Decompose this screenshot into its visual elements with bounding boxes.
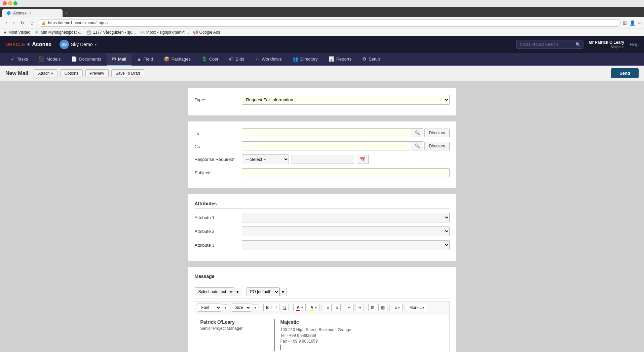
nav-bids[interactable]: 🏷 Bids: [224, 53, 250, 66]
tab-close-button[interactable]: ×: [29, 11, 32, 15]
underline-button[interactable]: U: [281, 304, 289, 311]
oracle-text: ORACLE: [5, 42, 25, 47]
secure-icon: 🔒: [41, 21, 46, 25]
size-select[interactable]: Size: [232, 304, 251, 312]
table-button[interactable]: ⊞: [368, 304, 377, 311]
options-button[interactable]: Options: [60, 69, 83, 77]
cc-link[interactable]: Cc: [195, 144, 200, 149]
bookmark-1177[interactable]: 🏥 1177 Vårdguiden - sju...: [86, 30, 136, 35]
user-project: Majestic: [589, 45, 624, 49]
cross-project-search-input[interactable]: [516, 40, 583, 49]
attribute1-select[interactable]: [242, 213, 450, 222]
ordered-list-button[interactable]: ≡: [324, 304, 332, 311]
window-close-button[interactable]: [3, 1, 7, 5]
window-minimize-button[interactable]: [8, 1, 12, 5]
nav-cost[interactable]: 💲 Cost: [196, 53, 224, 66]
page-title: New Mail: [5, 70, 28, 76]
project-dropdown-icon: ▾: [95, 42, 97, 47]
reports-icon: 📊: [329, 56, 334, 62]
editor-area[interactable]: Patrick O'Leary Senior Project Manager M…: [195, 314, 450, 352]
nav-workflows-label: Workflows: [262, 57, 282, 62]
nav-tasks[interactable]: ✓ Tasks: [5, 53, 33, 66]
attribute2-select[interactable]: [242, 226, 450, 236]
new-tab-button[interactable]: +: [63, 10, 71, 16]
project-icon: SD: [60, 40, 69, 49]
send-button[interactable]: Send: [611, 68, 639, 78]
attribute2-label: Attribute 2: [195, 229, 242, 234]
highlight-button[interactable]: A ▾: [307, 304, 319, 311]
bold-button[interactable]: B: [263, 304, 272, 311]
font-select[interactable]: Font: [198, 304, 221, 312]
account-icon[interactable]: 👤: [630, 20, 635, 26]
nav-reports[interactable]: 📊 Reports: [323, 53, 357, 66]
cc-input[interactable]: [242, 141, 412, 150]
po-dropdown-button[interactable]: ▾: [279, 288, 287, 296]
to-link[interactable]: To: [195, 131, 199, 136]
subject-label: Subject*: [195, 170, 242, 175]
more-button[interactable]: More... ▾: [407, 304, 427, 311]
bookmark-google-ads[interactable]: 📢 Google Ads: [193, 30, 220, 35]
extensions-icon[interactable]: ⊞: [623, 20, 627, 26]
response-row: -- Select -- Yes No 📅: [242, 154, 450, 164]
to-directory-button[interactable]: Directory: [424, 129, 449, 137]
project-selector[interactable]: SD Sky Demo ▾: [60, 40, 97, 49]
signature-fax: Fax - +99 9 9831659: [280, 339, 444, 344]
bookmark-most-visited[interactable]: ★ Most Visited: [3, 30, 30, 35]
user-info[interactable]: Mr Patrick O'Leary Majestic: [589, 40, 624, 49]
indent-more-button[interactable]: ⇥: [355, 304, 364, 311]
font-dropdown-button[interactable]: ▾: [222, 305, 229, 311]
cc-directory-button[interactable]: Directory: [424, 142, 449, 150]
help-link[interactable]: Help: [630, 42, 639, 47]
to-search-icon[interactable]: 🔍: [412, 128, 423, 137]
menu-icon[interactable]: ≡: [638, 20, 641, 26]
autotext-dropdown-button[interactable]: ▾: [234, 288, 241, 296]
more-dropdown-icon: ▾: [423, 306, 424, 309]
indent-less-button[interactable]: ⇤: [345, 304, 354, 311]
refresh-button[interactable]: ↻: [18, 19, 27, 27]
editor-toolbar: Font ▾ Size ▾ B I U A ▾ A ▾: [195, 301, 450, 314]
nav-directory[interactable]: 👥 Directory: [287, 53, 323, 66]
preview-button[interactable]: Preview: [85, 69, 109, 77]
response-date-input[interactable]: [292, 155, 354, 164]
nav-documents[interactable]: 📄 Documents: [66, 53, 107, 66]
bookmark-inbox[interactable]: 📧 Inbox - slgbjorkman@...: [140, 30, 189, 35]
type-select[interactable]: Request For Information Transmittal Gene…: [242, 95, 450, 105]
font-color-button[interactable]: A ▾: [293, 304, 306, 311]
address-bar[interactable]: 🔒 https://demo1.aconex.com/Logon: [38, 19, 621, 27]
align-button[interactable]: ≡ ▾: [392, 304, 402, 311]
autotext-select[interactable]: Select auto text: [195, 287, 234, 296]
cc-search-icon[interactable]: 🔍: [412, 141, 423, 150]
nav-mail[interactable]: ✉ Mail: [107, 53, 131, 66]
forward-button[interactable]: ›: [11, 19, 17, 27]
window-maximize-button[interactable]: [13, 1, 17, 5]
save-draft-button[interactable]: Save To Draft: [111, 69, 144, 77]
nav-packages[interactable]: 📦 Packages: [158, 53, 196, 66]
attribute3-select[interactable]: [242, 240, 450, 250]
search-icon[interactable]: 🔍: [575, 42, 581, 47]
bids-icon: 🏷: [229, 56, 234, 62]
browser-tab[interactable]: 🔷 Aconex ×: [2, 9, 63, 17]
nav-field[interactable]: ▲ Field: [131, 53, 158, 66]
bookmark-min[interactable]: 📧 Min Myndighetspost -...: [34, 30, 82, 35]
setup-icon: ⚙: [362, 56, 367, 62]
po-select[interactable]: PO [default]: [247, 287, 279, 296]
size-dropdown-button[interactable]: ▾: [252, 305, 259, 311]
cc-input-wrapper: 🔍: [242, 141, 423, 150]
italic-button[interactable]: I: [273, 304, 279, 311]
calendar-button[interactable]: 📅: [357, 155, 369, 164]
block-button[interactable]: ▦: [378, 304, 387, 311]
nav-bids-label: Bids: [236, 57, 244, 62]
subject-input[interactable]: [242, 168, 450, 177]
nav-workflows[interactable]: ↔ Workflows: [250, 53, 287, 66]
unordered-list-button[interactable]: ≡: [333, 304, 341, 311]
back-button[interactable]: ‹: [3, 19, 9, 27]
to-input[interactable]: [242, 128, 412, 137]
nav-setup[interactable]: ⚙ Setup: [357, 53, 385, 66]
home-button[interactable]: ⌂: [29, 19, 35, 27]
nav-models[interactable]: ⬛ Models: [33, 53, 66, 66]
aconex-text: Aconex: [32, 41, 51, 47]
attach-button[interactable]: Attach ▾: [34, 69, 57, 77]
response-select[interactable]: -- Select -- Yes No: [242, 154, 289, 164]
nav-reports-label: Reports: [336, 57, 352, 62]
message-toolbar: Select auto text ▾ PO [default] ▾: [195, 285, 450, 298]
